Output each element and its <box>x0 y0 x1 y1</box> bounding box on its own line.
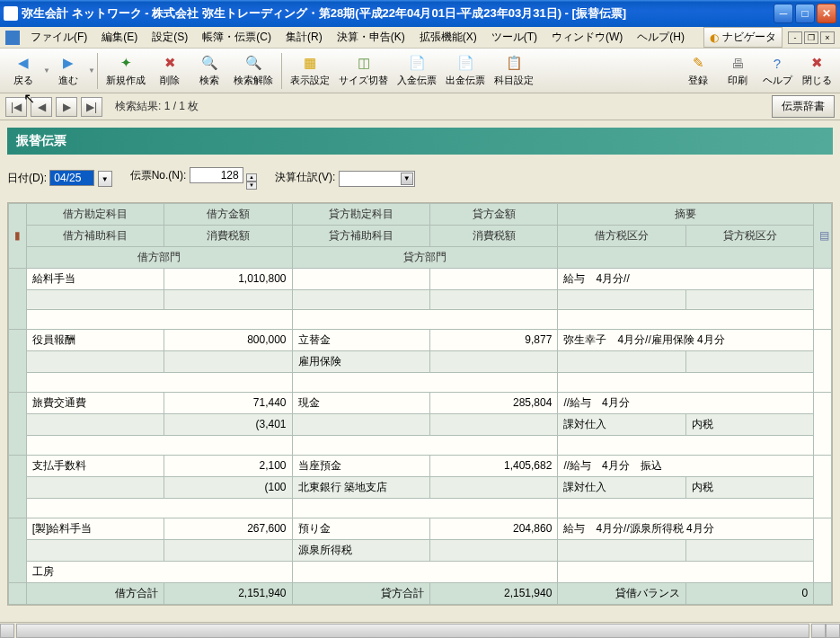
cell-debit-tax-cls[interactable]: 課対仕入 <box>558 476 685 498</box>
cell-credit-tax-amt[interactable] <box>429 350 557 372</box>
cell-credit-tax-amt[interactable] <box>429 539 557 561</box>
help-button[interactable]: ?ヘルプ <box>757 50 797 92</box>
date-dropdown[interactable]: ▼ <box>98 171 112 187</box>
account-button[interactable]: 📋科目設定 <box>490 50 538 92</box>
menu-aggregate[interactable]: 集計(R) <box>279 28 330 47</box>
cell-blank[interactable] <box>558 372 814 392</box>
cell-credit-sub[interactable] <box>292 413 429 435</box>
cell-debit-dept[interactable] <box>26 498 292 518</box>
minimize-button[interactable]: ─ <box>774 4 793 23</box>
search-button[interactable]: 🔍検索 <box>190 50 229 92</box>
cell-debit-tax-cls[interactable]: 課対仕入 <box>558 413 685 435</box>
cell-credit-dept[interactable] <box>292 309 558 329</box>
cell-credit-account[interactable]: 立替金 <box>292 329 429 350</box>
row-handle[interactable] <box>9 518 27 582</box>
cell-debit-dept[interactable] <box>26 309 292 329</box>
navigator-button[interactable]: ◐ ナビゲータ <box>703 27 783 48</box>
cell-abstract[interactable]: //給与 4月分 振込 <box>558 455 814 476</box>
cell-credit-tax-cls[interactable] <box>685 289 813 309</box>
clear-search-button[interactable]: 🔍検索解除 <box>229 50 278 92</box>
cell-abstract[interactable]: //給与 4月分 <box>558 392 814 413</box>
cell-credit-sub[interactable]: 北東銀行 築地支店 <box>292 476 429 498</box>
slip-down[interactable]: ▼ <box>246 182 257 190</box>
cell-credit-account[interactable]: 当座預金 <box>292 455 429 476</box>
cell-credit-amount[interactable]: 9,877 <box>429 329 557 350</box>
cell-debit-dept[interactable] <box>26 435 292 455</box>
cell-note[interactable] <box>814 329 832 392</box>
date-input[interactable] <box>49 170 94 186</box>
cell-debit-dept[interactable]: 工房 <box>26 561 292 582</box>
scroll-left[interactable] <box>0 624 14 638</box>
closing-combo[interactable]: ▼ <box>339 171 415 187</box>
cell-credit-account[interactable] <box>292 268 429 289</box>
cell-credit-dept[interactable] <box>292 435 558 455</box>
cell-debit-sub[interactable] <box>26 350 164 372</box>
cell-note[interactable] <box>814 392 832 455</box>
row-handle[interactable] <box>9 329 27 392</box>
cell-credit-dept[interactable] <box>292 561 558 582</box>
new-button[interactable]: ✦新規作成 <box>102 50 150 92</box>
cell-note[interactable] <box>814 518 832 582</box>
cell-debit-amount[interactable]: 267,600 <box>164 518 292 539</box>
close-tool-button[interactable]: ✖閉じる <box>797 50 836 92</box>
cell-credit-tax-cls[interactable]: 内税 <box>685 476 813 498</box>
cell-debit-amount[interactable]: 71,440 <box>164 392 292 413</box>
scroll-track[interactable] <box>16 624 809 638</box>
cell-debit-amount[interactable]: 800,000 <box>164 329 292 350</box>
cell-debit-sub[interactable] <box>26 476 164 498</box>
close-button[interactable]: ✕ <box>817 4 836 23</box>
receipt-button[interactable]: 📄入金伝票 <box>393 50 441 92</box>
menu-tool[interactable]: ツール(T) <box>484 28 544 47</box>
cell-credit-amount[interactable]: 204,860 <box>429 518 557 539</box>
row-handle[interactable] <box>9 455 27 518</box>
page-first[interactable]: |◀ <box>5 97 27 117</box>
cell-debit-tax-cls[interactable] <box>558 289 685 309</box>
scroll-grip[interactable] <box>826 624 840 638</box>
cell-credit-sub[interactable]: 雇用保険 <box>292 350 429 372</box>
menu-settings[interactable]: 設定(S) <box>145 28 195 47</box>
page-last[interactable]: ▶| <box>81 97 102 117</box>
cell-credit-sub[interactable] <box>292 289 429 309</box>
cell-blank[interactable] <box>558 561 814 582</box>
cell-debit-dept[interactable] <box>26 372 292 392</box>
cell-debit-tax-amt[interactable]: (100 <box>164 476 292 498</box>
page-next[interactable]: ▶ <box>56 97 77 117</box>
cell-credit-account[interactable]: 預り金 <box>292 518 429 539</box>
cell-debit-sub[interactable] <box>26 413 164 435</box>
dictionary-button[interactable]: 伝票辞書 <box>772 95 835 118</box>
cell-credit-tax-amt[interactable] <box>429 476 557 498</box>
cell-abstract[interactable]: 給与 4月分// <box>558 268 814 289</box>
payment-button[interactable]: 📄出金伝票 <box>441 50 490 92</box>
cell-note[interactable] <box>814 268 832 329</box>
cell-credit-tax-amt[interactable] <box>429 413 557 435</box>
delete-button[interactable]: ✖削除 <box>150 50 190 92</box>
cell-debit-sub[interactable] <box>26 539 164 561</box>
menu-edit[interactable]: 編集(E) <box>94 28 145 47</box>
scroll-right[interactable] <box>811 624 826 638</box>
cell-debit-tax-amt[interactable] <box>164 539 292 561</box>
cell-debit-account[interactable]: 支払手数料 <box>26 455 164 476</box>
row-handle[interactable] <box>9 392 27 455</box>
cell-blank[interactable] <box>558 498 814 518</box>
row-selector-header[interactable]: ▮ <box>9 203 27 268</box>
cell-credit-dept[interactable] <box>292 372 558 392</box>
forward-button[interactable]: ▶進む <box>49 50 88 92</box>
cell-debit-tax-amt[interactable] <box>164 289 292 309</box>
display-button[interactable]: ▦表示設定 <box>286 50 334 92</box>
slip-number-input[interactable] <box>190 167 243 183</box>
cell-blank[interactable] <box>558 435 814 455</box>
print-button[interactable]: 🖶印刷 <box>718 50 757 92</box>
maximize-button[interactable]: □ <box>795 4 815 23</box>
cell-credit-sub[interactable]: 源泉所得税 <box>292 539 429 561</box>
cell-credit-amount[interactable]: 285,804 <box>429 392 557 413</box>
cell-credit-account[interactable]: 現金 <box>292 392 429 413</box>
mdi-restore[interactable]: ❐ <box>804 31 818 44</box>
size-button[interactable]: ◫サイズ切替 <box>334 50 393 92</box>
slip-up[interactable]: ▲ <box>246 173 257 182</box>
menu-closing[interactable]: 決算・申告(K) <box>330 28 412 47</box>
menu-window[interactable]: ウィンドウ(W) <box>544 28 630 47</box>
cell-note[interactable] <box>814 455 832 518</box>
menu-extension[interactable]: 拡張機能(X) <box>412 28 484 47</box>
register-button[interactable]: ✎登録 <box>678 50 718 92</box>
cell-debit-tax-amt[interactable] <box>164 350 292 372</box>
